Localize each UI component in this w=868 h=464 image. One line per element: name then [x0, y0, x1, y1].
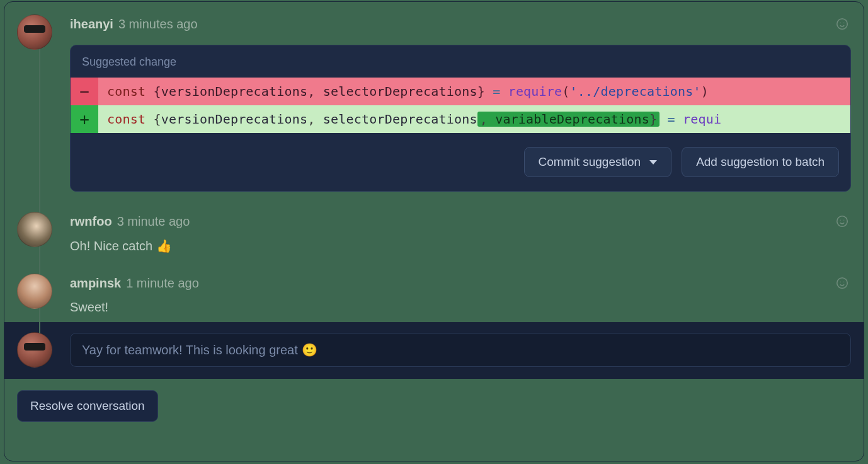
comment-author[interactable]: iheanyi [70, 17, 113, 32]
chevron-down-icon [649, 160, 657, 165]
svg-point-6 [837, 278, 848, 289]
svg-point-3 [837, 216, 848, 227]
comment-header: iheanyi 3 minutes ago [70, 14, 851, 33]
diff-row-addition: + const {versionDeprecations, selectorDe… [71, 105, 850, 133]
comment-body: rwnfoo 3 minute ago Oh! Nice catch 👍 [70, 212, 851, 253]
svg-point-0 [837, 19, 848, 30]
token-equals: = [493, 84, 500, 99]
token-comma: , [307, 112, 315, 127]
diff-code-addition: const {versionDeprecations, selectorDepr… [98, 105, 850, 133]
token-comma: , [480, 112, 488, 127]
smiley-plus-icon [835, 17, 849, 31]
suggestion-actions: Commit suggestion Add suggestion to batc… [71, 133, 850, 191]
svg-point-1 [840, 23, 841, 23]
comment-timestamp: 3 minutes ago [118, 17, 198, 32]
token-ident: selectorDeprecations [323, 84, 477, 99]
token-keyword: const [107, 84, 146, 99]
token-comma: , [307, 84, 315, 99]
smiley-plus-icon [835, 276, 849, 290]
avatar[interactable] [17, 274, 52, 309]
token-ident: versionDeprecations [161, 112, 308, 127]
review-thread-panel: iheanyi 3 minutes ago Suggested change [4, 1, 864, 461]
token-equals: = [667, 112, 675, 127]
comment-body: ampinsk 1 minute ago Sweet! [70, 274, 851, 315]
diff-code-deletion: const {versionDeprecations, selectorDepr… [98, 78, 850, 105]
svg-point-2 [843, 23, 844, 23]
comment: ampinsk 1 minute ago Sweet! [4, 261, 864, 322]
diff-highlight-added: , variableDeprecations} [477, 112, 660, 127]
token-keyword: const [107, 112, 146, 127]
token-paren: ( [562, 84, 569, 99]
reply-composer: Yay for teamwork! This is looking great … [4, 322, 864, 379]
emoji-slightly-smiling: 🙂 [302, 342, 317, 357]
comment-thread: iheanyi 3 minutes ago Suggested change [4, 2, 864, 322]
comment-text: Sweet! [70, 300, 851, 315]
comment-author[interactable]: ampinsk [70, 276, 121, 291]
comment-text: Oh! Nice catch 👍 [70, 238, 851, 253]
commit-suggestion-button[interactable]: Commit suggestion [524, 147, 672, 177]
button-label: Commit suggestion [539, 155, 641, 169]
token-paren: ) [701, 84, 709, 99]
svg-point-8 [843, 282, 844, 282]
comment-timestamp: 1 minute ago [126, 276, 199, 291]
token-brace: { [153, 112, 161, 127]
token-brace: } [649, 112, 657, 127]
comment-timestamp: 3 minute ago [117, 214, 190, 229]
token-brace: { [153, 84, 161, 99]
avatar[interactable] [17, 332, 52, 368]
resolve-conversation-button[interactable]: Resolve conversation [17, 390, 158, 422]
thread-footer: Resolve conversation [4, 379, 864, 433]
add-reaction-button[interactable] [833, 15, 851, 33]
diff-block: − const {versionDeprecations, selectorDe… [71, 78, 850, 133]
diff-sign-minus: − [71, 78, 98, 105]
diff-sign-plus: + [71, 105, 98, 133]
comment-author[interactable]: rwnfoo [70, 214, 112, 229]
suggested-change-box: Suggested change − const {versionDepreca… [70, 45, 851, 192]
button-label: Resolve conversation [30, 399, 145, 412]
token-function: requi [683, 112, 721, 127]
add-reaction-button[interactable] [833, 274, 851, 292]
comment: iheanyi 3 minutes ago Suggested change [4, 2, 864, 199]
comment-body: iheanyi 3 minutes ago Suggested change [70, 14, 851, 192]
avatar[interactable] [17, 14, 52, 50]
svg-point-4 [840, 220, 841, 221]
token-ident: selectorDeprecations [323, 112, 477, 127]
comment: rwnfoo 3 minute ago Oh! Nice catch 👍 [4, 199, 864, 261]
diff-row-deletion: − const {versionDeprecations, selectorDe… [71, 78, 850, 105]
add-reaction-button[interactable] [833, 212, 851, 230]
token-string: '../deprecations' [570, 84, 701, 99]
token-ident: versionDeprecations [161, 84, 308, 99]
comment-header: rwnfoo 3 minute ago [70, 212, 851, 231]
button-label: Add suggestion to batch [696, 155, 825, 169]
svg-point-5 [843, 220, 844, 221]
comment-header: ampinsk 1 minute ago [70, 274, 851, 293]
reply-input[interactable]: Yay for teamwork! This is looking great … [70, 333, 851, 367]
token-brace: } [477, 84, 485, 99]
svg-point-7 [840, 282, 841, 282]
suggested-change-header: Suggested change [71, 45, 850, 78]
reply-input-value: Yay for teamwork! This is looking great [82, 343, 298, 357]
token-ident: variableDeprecations [495, 112, 649, 127]
avatar[interactable] [17, 212, 52, 247]
smiley-plus-icon [835, 214, 849, 228]
token-function: require [508, 84, 562, 99]
add-suggestion-to-batch-button[interactable]: Add suggestion to batch [682, 147, 839, 177]
